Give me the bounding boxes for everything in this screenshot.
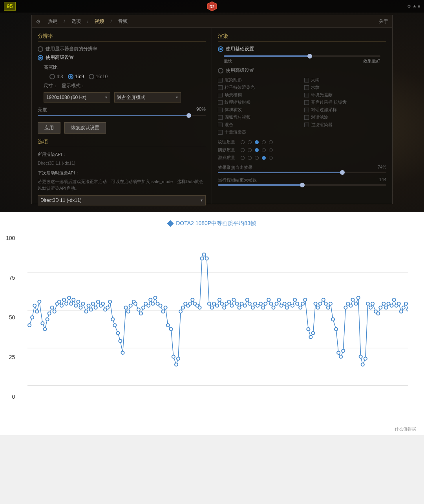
cb-aa-box[interactable] — [304, 100, 309, 105]
tab-video[interactable]: 视频 — [91, 18, 107, 25]
gq-dot2[interactable] — [248, 156, 252, 160]
reset-button[interactable]: 恢复默认设置 — [64, 122, 106, 134]
tq-dot4[interactable] — [262, 140, 266, 144]
svg-point-102 — [264, 302, 267, 305]
cb-shadows[interactable]: 渲染阴影 — [218, 77, 300, 83]
size-select-wrapper[interactable]: 1920x1080 (60 Hz) — [44, 92, 110, 103]
cb-filter-box[interactable] — [304, 108, 309, 112]
svg-point-118 — [307, 328, 310, 331]
radio-monitor[interactable] — [38, 46, 43, 52]
cb-fog[interactable]: 体积雾效 — [218, 107, 300, 113]
radio-advanced-render[interactable] — [218, 68, 223, 73]
aspect-169-label: 16:9 — [75, 74, 84, 79]
resolution-option2-label: 使用高级设置 — [46, 54, 74, 61]
tab-options[interactable]: 选项 — [68, 18, 84, 25]
texture-quality-row: 纹理质量 — [218, 139, 386, 145]
api-select-wrapper[interactable]: Direct3D 11 (-dx11) — [38, 195, 206, 205]
tq-dot2[interactable] — [248, 140, 252, 144]
radio-43[interactable] — [49, 74, 55, 79]
use-basic-row[interactable]: 使用基础设置 — [218, 46, 386, 52]
sq-dot5[interactable] — [269, 148, 273, 152]
aspect-43[interactable]: 4:3 — [49, 74, 63, 79]
brightness-slider[interactable] — [38, 115, 206, 116]
cb-video-box[interactable] — [218, 115, 223, 120]
cb-outline[interactable]: 大纲 — [304, 77, 387, 83]
tab-hotkey[interactable]: 热键 — [45, 18, 60, 25]
cb-filterrender[interactable]: 过滤渲染器 — [304, 122, 387, 128]
cb-blur-box[interactable] — [218, 93, 223, 97]
y-75: 75 — [9, 275, 15, 281]
resolution-option2-row[interactable]: 使用高级设置 — [38, 54, 206, 61]
render-slider[interactable] — [224, 55, 380, 57]
cb-particles[interactable]: 粒子特效渲染光 — [218, 84, 300, 90]
display-select[interactable]: 独占全屏模式 — [114, 92, 181, 103]
tq-dot3[interactable] — [255, 140, 259, 144]
effect-thumb[interactable] — [340, 170, 345, 175]
svg-point-52 — [139, 312, 143, 315]
sq-dot1[interactable] — [241, 148, 245, 152]
radio-169[interactable] — [68, 74, 73, 79]
display-select-wrapper[interactable]: 独占全屏模式 — [114, 92, 181, 103]
svg-point-105 — [272, 306, 275, 309]
api-select[interactable]: Direct3D 11 (-dx11) — [38, 195, 206, 205]
cb-fog-box[interactable] — [218, 108, 223, 112]
tq-dot5[interactable] — [269, 140, 273, 144]
cb-aa[interactable]: 开启过采样 抗锯齿 — [304, 99, 387, 105]
radio-basic[interactable] — [218, 46, 223, 52]
cb-texscale[interactable]: 纹理缩放时候 — [218, 99, 300, 105]
apply-button[interactable]: 应用 — [38, 122, 60, 134]
svg-point-142 — [366, 302, 369, 305]
cb-filter[interactable]: 对话过滤采样 — [304, 107, 387, 113]
cb-blend-box[interactable] — [218, 123, 223, 127]
sq-dot3[interactable] — [255, 148, 259, 152]
sq-dot2[interactable] — [248, 148, 252, 152]
svg-point-126 — [327, 306, 330, 309]
resolution-option1-row[interactable]: 使用显示器当前的分辨率 — [38, 46, 206, 52]
button-row: 应用 恢复默认设置 — [38, 122, 206, 134]
size-select[interactable]: 1920x1080 (60 Hz) — [44, 92, 110, 103]
cb-blend[interactable]: 混合 — [218, 122, 300, 128]
render-title: 渲染 — [218, 33, 386, 42]
cb-ten-box[interactable] — [218, 130, 223, 135]
fpscap-label: 当行程帧结束大帧数 — [218, 177, 257, 183]
svg-point-117 — [303, 298, 307, 301]
cb-ao[interactable]: 环境光遮蔽 — [304, 92, 387, 98]
cb-outline-box[interactable] — [304, 78, 309, 82]
radio-advanced[interactable] — [38, 55, 43, 60]
cb-water[interactable]: 水纹 — [304, 84, 387, 90]
use-advanced-row[interactable]: 使用高级设置 — [218, 67, 386, 74]
radio-1610[interactable] — [89, 74, 94, 79]
cb-wave-box[interactable] — [304, 115, 309, 120]
aspect-1610[interactable]: 16:10 — [89, 74, 108, 79]
svg-point-11 — [38, 300, 41, 303]
svg-point-125 — [324, 302, 327, 305]
svg-point-140 — [361, 363, 364, 366]
render-fill — [224, 55, 310, 57]
gq-dot4[interactable] — [262, 156, 266, 160]
cb-texscale-box[interactable] — [218, 100, 223, 105]
cb-wave[interactable]: 对话滤波 — [304, 114, 387, 120]
gq-dot1[interactable] — [241, 156, 245, 160]
cb-shadows-box[interactable] — [218, 78, 223, 82]
cb-particles-box[interactable] — [218, 85, 223, 90]
cb-ten[interactable]: 十量渲染器 — [218, 129, 300, 135]
cb-ao-box[interactable] — [304, 93, 309, 97]
effect-slider[interactable] — [218, 172, 386, 173]
tq-dot1[interactable] — [241, 140, 245, 144]
aspect-169[interactable]: 16:9 — [68, 74, 84, 79]
tab-close[interactable]: 关于 — [379, 18, 388, 25]
cb-blur[interactable]: 场景模糊 — [218, 92, 300, 98]
gq-dot3[interactable] — [255, 156, 259, 160]
brightness-thumb[interactable] — [186, 113, 191, 118]
fpscap-thumb[interactable] — [300, 183, 305, 187]
svg-point-72 — [188, 302, 192, 305]
gq-dot5[interactable] — [269, 156, 273, 160]
svg-point-158 — [407, 308, 408, 311]
fpscap-slider[interactable] — [218, 184, 386, 186]
tab-audio[interactable]: 音频 — [115, 18, 131, 25]
cb-video[interactable]: 圆弧音村视频 — [218, 114, 300, 120]
svg-point-157 — [404, 302, 408, 305]
sq-dot4[interactable] — [262, 148, 266, 152]
cb-filterrender-box[interactable] — [304, 123, 309, 127]
cb-water-box[interactable] — [304, 85, 309, 90]
